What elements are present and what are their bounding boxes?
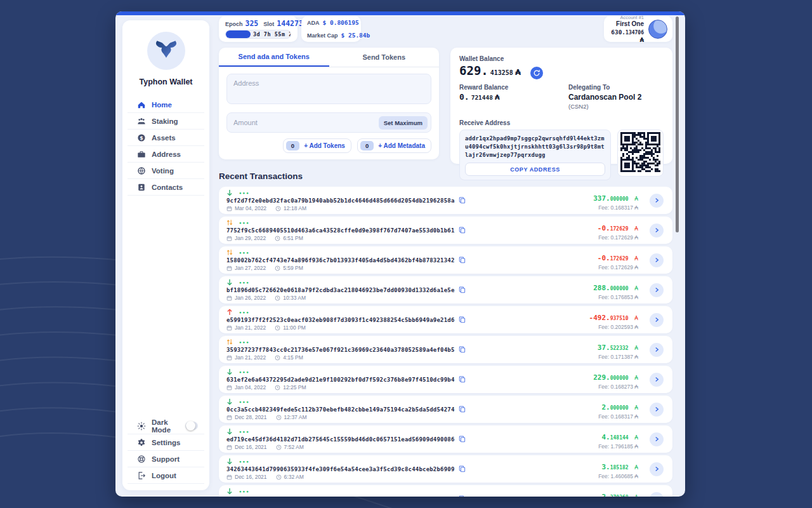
transaction-amount: 4.148144 ₳ — [598, 430, 638, 442]
sidebar-item-dark-mode[interactable]: Dark Mode — [128, 418, 204, 434]
tab-send-tokens[interactable]: Send Tokens — [329, 48, 440, 67]
svg-text:$: $ — [140, 135, 143, 140]
transaction-amount: 337.000000 ₳ — [593, 191, 638, 203]
transactions-list: ●●● 9cf2d7f2e0ebd32fac0a79b1940abb52b1dc… — [219, 187, 672, 497]
add-tokens-button[interactable]: 0 + Add Tokens — [283, 138, 351, 153]
clock-icon — [276, 474, 282, 480]
transaction-details-button[interactable] — [650, 373, 664, 387]
copy-hash-icon[interactable] — [459, 436, 466, 443]
transaction-meta: Jan 04, 2022 12:25 PM — [226, 384, 638, 391]
chevron-right-icon — [655, 257, 659, 263]
voting-icon — [137, 166, 146, 175]
copy-hash-icon[interactable] — [459, 406, 466, 413]
copy-hash-icon[interactable] — [459, 316, 466, 323]
ada-symbol: ₳ — [495, 93, 500, 102]
copy-hash-icon[interactable] — [459, 227, 466, 234]
transaction-details-button[interactable] — [650, 283, 664, 297]
transaction-row[interactable]: ●●● ed719ce45df36d4182d71db275645c15559b… — [219, 425, 672, 453]
sidebar-item-logout[interactable]: Logout — [128, 467, 204, 484]
ada-symbol: ₳ — [639, 36, 644, 43]
ada-price-card: ADA $ 0.806195 Market Cap $ 25.84b — [301, 16, 361, 42]
transaction-details-button[interactable] — [650, 343, 664, 357]
confirmation-dots: ●●● — [239, 311, 250, 314]
chevron-right-icon — [655, 347, 659, 352]
account-label: Account #1 — [609, 15, 644, 20]
transaction-details-button[interactable] — [650, 492, 664, 497]
account-card[interactable]: Account #1 First One 630.134706 ₳ — [604, 16, 672, 42]
transaction-details-button[interactable] — [650, 462, 664, 476]
address-input[interactable] — [226, 74, 431, 104]
copy-hash-icon[interactable] — [459, 286, 466, 293]
transaction-details-button[interactable] — [650, 253, 664, 267]
confirmation-dots: ●●● — [239, 490, 250, 493]
copy-hash-icon[interactable] — [459, 257, 466, 264]
sidebar-item-assets[interactable]: $Assets — [128, 130, 204, 146]
add-metadata-button[interactable]: 0 + Add Metadata — [357, 138, 431, 153]
copy-hash-icon[interactable] — [459, 346, 466, 353]
amount-input[interactable] — [233, 119, 379, 126]
wallet-balance-label: Wallet Balance — [459, 55, 664, 62]
transaction-row[interactable]: ●●● 631ef2e6a64372295d2ade9d21e9f100292b… — [219, 366, 672, 393]
transaction-row[interactable]: ●●● 34263443641d7990635933f4fe309f6e54a5… — [219, 455, 672, 483]
transaction-meta: Dec 28, 2021 12:37 AM — [226, 414, 638, 420]
sidebar-item-support[interactable]: Support — [128, 451, 204, 467]
set-maximum-button[interactable]: Set Maximum — [379, 116, 428, 130]
tab-send-ada-and-tokens[interactable]: Send ada and Tokens — [219, 48, 329, 67]
account-avatar[interactable] — [648, 20, 667, 39]
transaction-fee: Fee: 1.460685 ₳ — [598, 473, 638, 479]
sidebar-item-address[interactable]: Address — [128, 146, 204, 163]
transaction-row[interactable]: ●●● 7752f9c5c6689405510d463a6ca43528cffe… — [219, 217, 672, 244]
sidebar-item-label: Dark Mode — [152, 418, 180, 434]
transaction-row[interactable]: ●●● 0cc3a5ccb482349fede5c112b370ebefb482… — [219, 396, 672, 423]
transaction-date: Mar 04, 2022 — [235, 205, 266, 211]
transaction-details-button[interactable] — [650, 403, 664, 417]
dark-mode-toggle[interactable] — [185, 422, 198, 430]
transaction-details-button[interactable] — [650, 194, 664, 208]
transaction-hash: e599193f7f2f2523c0eacf032eb908f7d3093f1c… — [226, 317, 455, 323]
transaction-hash: ae2b5402eb15d7b5d68bbddbf060a2b56d130a06… — [226, 496, 455, 497]
transaction-date: Dec 28, 2021 — [235, 414, 267, 420]
transaction-details-button[interactable] — [650, 432, 664, 446]
sidebar-item-label: Logout — [152, 472, 176, 479]
delegating-pool: Cardanoscan Pool 2 (CSN2) — [568, 93, 664, 110]
transaction-row[interactable]: ●●● 359327237f7843cc0c21736e57e067f921c3… — [219, 336, 672, 363]
copy-address-button[interactable]: COPY ADDRESS — [465, 163, 605, 176]
refresh-icon — [533, 69, 540, 77]
copy-hash-icon[interactable] — [459, 465, 466, 472]
transaction-details-button[interactable] — [650, 313, 664, 327]
sidebar-item-voting[interactable]: Voting — [128, 163, 204, 179]
sidebar-item-staking[interactable]: Staking — [128, 113, 204, 130]
copy-hash-icon[interactable] — [459, 495, 466, 497]
transaction-time: 12:25 PM — [283, 384, 306, 391]
transaction-details-button[interactable] — [650, 224, 664, 237]
sidebar-item-contacts[interactable]: Contacts — [128, 179, 204, 196]
receive-address-box: addr1qx2hpad9mp7sggcp2qwrsqhfd9l44ekt3zm… — [459, 130, 611, 180]
copy-hash-icon[interactable] — [459, 197, 466, 204]
address-icon — [137, 150, 146, 159]
transaction-row[interactable]: ●●● ae2b5402eb15d7b5d68bbddbf060a2b56d13… — [219, 485, 672, 497]
sidebar-nav: HomeStaking$AssetsAddressVotingContacts — [122, 97, 209, 196]
sidebar-item-label: Home — [152, 101, 172, 109]
copy-hash-icon[interactable] — [459, 376, 466, 383]
transaction-row[interactable]: ●●● bf1896d05c726620e0618a79f2cdbd3ac218… — [219, 276, 672, 304]
transaction-amount: 288.000000 ₳ — [593, 281, 638, 293]
sidebar-item-settings[interactable]: Settings — [128, 434, 204, 451]
sidebar-item-label: Voting — [152, 167, 174, 175]
chevron-right-icon — [655, 197, 659, 203]
window-scrollbar[interactable] — [675, 15, 679, 497]
transaction-hash: 34263443641d7990635933f4fe309f6e54a54cee… — [226, 466, 455, 472]
clock-icon — [275, 355, 280, 361]
transaction-row[interactable]: ●●● 158002b762cf4743e74a896f936c7b013933… — [219, 246, 672, 274]
transaction-row[interactable]: ●●● 9cf2d7f2e0ebd32fac0a79b1940abb52b1dc… — [219, 187, 672, 214]
scrollbar-thumb[interactable] — [676, 17, 679, 232]
sidebar-item-home[interactable]: Home — [128, 97, 204, 113]
transaction-row[interactable]: ●●● e599193f7f2f2523c0eacf032eb908f7d309… — [219, 306, 672, 333]
confirmation-dots: ●●● — [239, 460, 250, 464]
refresh-balance-button[interactable] — [530, 67, 543, 79]
calendar-icon — [226, 355, 232, 361]
calendar-icon — [226, 295, 232, 301]
wallet-balance-value: 629.413258 ₳ — [459, 64, 664, 77]
calendar-icon — [226, 325, 232, 331]
typhon-bull-icon — [154, 39, 178, 63]
dark-mode-icon — [137, 422, 146, 431]
